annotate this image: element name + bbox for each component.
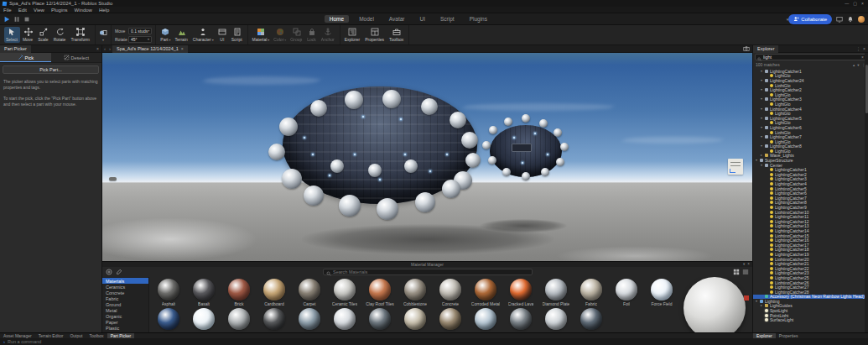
material-tile[interactable]: Cardboard xyxy=(257,279,291,306)
chrome-sphere[interactable] xyxy=(522,172,530,180)
material-tile[interactable] xyxy=(504,308,538,330)
ribbon-tab[interactable]: UI xyxy=(415,15,431,23)
material-tile[interactable] xyxy=(293,308,326,330)
rotate-snap-input[interactable]: 45°▾ xyxy=(128,36,152,43)
material-tile[interactable]: Diamond Plate xyxy=(539,279,573,306)
ribbon-tool[interactable]: Group xyxy=(288,27,304,43)
material-category[interactable]: Paper xyxy=(102,319,148,325)
menu-item[interactable]: View xyxy=(34,8,44,13)
expand-arrow-icon[interactable]: ▾ xyxy=(756,300,759,303)
material-tile[interactable]: Concrete xyxy=(434,279,467,306)
chrome-sphere[interactable] xyxy=(556,158,564,166)
material-search-input[interactable] xyxy=(333,269,529,274)
tab-close-icon[interactable]: × xyxy=(181,46,184,51)
ribbon-tool[interactable]: Toolbox xyxy=(387,27,406,43)
pick-part-button[interactable]: Pick Part... xyxy=(3,65,99,74)
tree-item[interactable]: SurfaceLight xyxy=(753,317,868,322)
dock-tab[interactable]: Explorer xyxy=(753,333,776,338)
play-button[interactable] xyxy=(3,16,10,23)
viewport-document-tab[interactable]: Spa_Ad's Place 12/14/2024_1 × xyxy=(112,45,188,53)
chrome-sphere[interactable] xyxy=(345,91,363,109)
panel-close-icon[interactable]: × xyxy=(747,262,750,266)
menu-item[interactable]: Window xyxy=(75,8,92,13)
material-tile[interactable]: Fabric xyxy=(574,279,608,306)
panel-overflow-icon[interactable]: ⋮ xyxy=(856,46,860,51)
chrome-sphere[interactable] xyxy=(539,119,548,128)
material-tile[interactable]: Carpet xyxy=(293,279,326,306)
dock-tab[interactable]: Terrain Editor xyxy=(35,333,67,338)
expand-arrow-icon[interactable]: ▾ xyxy=(761,88,764,91)
expand-arrow-icon[interactable]: ▾ xyxy=(761,97,764,101)
dock-tab[interactable]: Output xyxy=(66,333,86,338)
ribbon-tab[interactable]: Plugins xyxy=(465,15,492,23)
close-button[interactable]: × xyxy=(861,1,864,6)
list-view-icon[interactable] xyxy=(742,269,749,275)
chrome-sphere[interactable] xyxy=(377,198,398,220)
material-category[interactable]: Plastic xyxy=(102,325,148,331)
expand-arrow-icon[interactable]: ▾ xyxy=(761,107,764,111)
apply-material-icon[interactable] xyxy=(116,269,122,275)
expand-arrow-icon[interactable]: ▸ xyxy=(761,154,764,157)
transform-mode-dropdown[interactable]: ▾ xyxy=(96,25,112,44)
chrome-sphere[interactable] xyxy=(404,159,418,173)
ribbon-tool[interactable]: Character▾ xyxy=(191,27,216,43)
chrome-sphere[interactable] xyxy=(461,132,478,149)
chrome-sphere[interactable] xyxy=(382,90,401,108)
material-tile[interactable]: Cracked Lava xyxy=(504,279,538,306)
material-tile[interactable]: Corroded Metal xyxy=(469,279,502,306)
ribbon-tool[interactable]: Part▾ xyxy=(159,27,172,43)
material-category[interactable]: Fabric xyxy=(102,295,148,301)
material-category[interactable]: Materials xyxy=(102,278,148,284)
chrome-sphere[interactable] xyxy=(488,156,496,165)
material-tile[interactable] xyxy=(434,308,467,330)
next-match-icon[interactable]: ▾ xyxy=(857,63,859,67)
material-tile[interactable] xyxy=(328,308,361,330)
material-tile[interactable] xyxy=(152,308,185,330)
chrome-sphere[interactable] xyxy=(368,164,382,177)
material-tile[interactable] xyxy=(257,308,291,330)
chrome-sphere[interactable] xyxy=(415,192,435,212)
clear-filter-icon[interactable]: × xyxy=(861,55,864,60)
panel-close-icon[interactable]: × xyxy=(96,46,99,51)
menu-item[interactable]: File xyxy=(3,8,12,13)
chrome-sphere[interactable] xyxy=(310,100,327,117)
chrome-sphere[interactable] xyxy=(502,168,511,176)
chrome-sphere[interactable] xyxy=(522,114,530,123)
grid-view-icon[interactable] xyxy=(733,269,740,275)
pick-mode-tab[interactable]: Pick xyxy=(0,53,51,62)
ribbon-tool[interactable]: Script xyxy=(230,27,245,43)
dock-tab[interactable]: Part Picker xyxy=(107,333,134,338)
expand-arrow-icon[interactable]: ▾ xyxy=(761,126,764,129)
dock-tab[interactable]: Properties xyxy=(776,333,802,338)
ribbon-tool[interactable]: Explorer xyxy=(343,27,363,43)
part-picker-dock-tab[interactable]: Part Picker xyxy=(0,45,31,53)
chrome-sphere[interactable] xyxy=(554,128,562,137)
material-search[interactable] xyxy=(323,269,533,275)
material-tile[interactable]: Brick xyxy=(222,279,256,306)
ribbon-tool[interactable]: Select xyxy=(4,27,20,43)
material-category[interactable]: Ceramics xyxy=(102,284,148,290)
material-tile[interactable] xyxy=(469,308,502,330)
collaborate-button[interactable]: Collaborate xyxy=(788,14,832,24)
material-tile[interactable]: Basalt xyxy=(187,279,221,306)
chrome-sphere[interactable] xyxy=(268,144,285,160)
ribbon-tool[interactable]: Transform xyxy=(69,27,92,43)
chrome-sphere[interactable] xyxy=(560,143,569,151)
material-tile[interactable]: Force Field xyxy=(645,279,678,306)
chrome-sphere[interactable] xyxy=(504,118,512,126)
material-tile[interactable]: Clay Roof Tiles xyxy=(363,279,397,306)
menu-item[interactable]: Edit xyxy=(18,8,27,13)
material-category[interactable]: Metal xyxy=(102,307,148,313)
material-tile[interactable]: Asphalt xyxy=(152,279,185,306)
chrome-sphere[interactable] xyxy=(330,159,344,173)
material-tile[interactable]: Cobblestone xyxy=(398,279,432,306)
chrome-sphere[interactable] xyxy=(304,186,324,206)
chrome-sphere[interactable] xyxy=(339,195,361,217)
command-bar-input[interactable] xyxy=(8,339,259,344)
ribbon-tool[interactable]: Properties xyxy=(363,27,387,43)
material-tile[interactable] xyxy=(539,308,573,330)
move-snap-input[interactable]: 0.1 studs▾ xyxy=(128,28,152,34)
ribbon-tab[interactable]: Script xyxy=(435,15,460,23)
ribbon-tool[interactable]: Terrain xyxy=(174,27,190,43)
material-category[interactable]: Organic xyxy=(102,313,148,319)
